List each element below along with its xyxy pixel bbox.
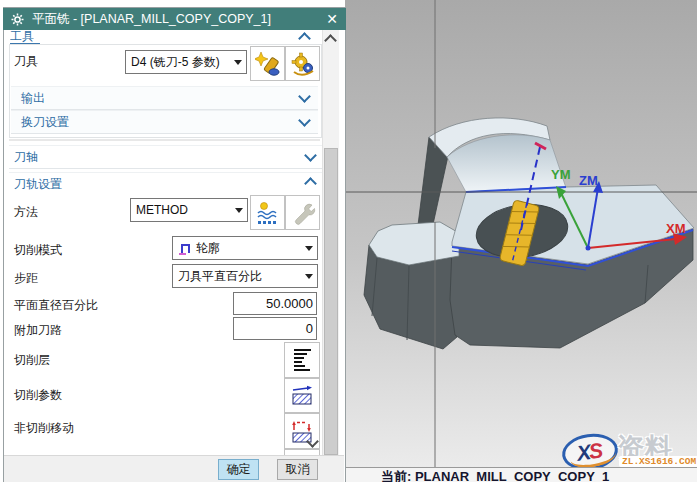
tool-settings-icon <box>290 51 316 77</box>
section-tool-group-label: 工具 <box>10 31 40 44</box>
section-output[interactable]: 输出 <box>11 86 318 110</box>
cutting-parameters-icon <box>290 384 314 408</box>
new-tool-icon <box>255 51 281 77</box>
method-select-value: METHOD <box>136 203 188 217</box>
zm-axis-label: ZM <box>579 173 598 188</box>
scrollbar-thumb[interactable] <box>324 148 338 455</box>
section-path-settings-label: 刀轨设置 <box>14 176 62 193</box>
dropdown-arrow-icon <box>235 208 243 213</box>
edit-method-button[interactable] <box>285 195 320 230</box>
watermark: X S 资料网 ZL.XS1616.COM <box>560 430 697 467</box>
tool-settings-button[interactable] <box>285 46 320 81</box>
stepover-value: 刀具平直百分比 <box>178 268 262 285</box>
xm-axis-label: XM <box>666 221 686 236</box>
dropdown-arrow-icon <box>305 274 313 279</box>
tool-label: 刀具 <box>14 53 38 70</box>
wrench-icon <box>290 200 316 226</box>
flat-diameter-percent-value: 50.0000 <box>266 296 313 311</box>
dropdown-arrow-icon <box>305 246 313 251</box>
separator <box>9 139 320 141</box>
ym-axis-label: YM <box>551 167 571 182</box>
additional-passes-label: 附加刀路 <box>14 322 62 339</box>
new-method-button[interactable] <box>250 195 285 230</box>
viewport-3d[interactable]: YM ZM XM <box>345 0 697 467</box>
watermark-url: ZL.XS1616.COM <box>619 456 697 467</box>
close-button[interactable]: ✕ <box>326 8 338 30</box>
section-path-settings[interactable]: 刀轨设置 <box>9 172 322 195</box>
cut-pattern-value: 轮廓 <box>196 240 220 257</box>
part-model <box>364 118 694 349</box>
section-tool-axis-label: 刀轴 <box>14 149 38 166</box>
dropdown-arrow-icon <box>234 60 242 65</box>
section-tool-group[interactable]: 工具 <box>10 31 40 44</box>
cut-levels-icon <box>291 347 313 373</box>
viewport-scene: YM ZM XM <box>345 0 697 467</box>
section-output-label: 输出 <box>21 90 45 107</box>
profile-pattern-icon <box>178 241 192 255</box>
dialog-title-bar[interactable]: 平面铣 - [PLANAR_MILL_COPY_COPY_1] ✕ <box>3 8 346 30</box>
section-tool-axis[interactable]: 刀轴 <box>9 145 322 169</box>
method-label: 方法 <box>14 204 38 221</box>
cancel-button[interactable]: 取消 <box>277 459 318 480</box>
cut-levels-label: 切削层 <box>14 352 50 369</box>
cutting-parameters-label: 切削参数 <box>14 387 62 404</box>
cutting-parameters-button[interactable] <box>284 378 320 413</box>
cut-levels-button[interactable] <box>284 342 320 378</box>
additional-passes-input[interactable]: 0 <box>233 317 317 340</box>
tool-select-value: D4 (铣刀-5 参数) <box>131 54 220 71</box>
gear-icon <box>11 13 24 26</box>
additional-passes-value: 0 <box>306 321 313 336</box>
section-tool-change[interactable]: 换刀设置 <box>11 110 318 134</box>
current-operation-text: 当前: PLANAR_MILL_COPY_COPY_1 <box>381 468 697 482</box>
dialog-title: 平面铣 - [PLANAR_MILL_COPY_COPY_1] <box>32 11 271 28</box>
cut-pattern-select[interactable]: 轮廓 <box>172 236 318 260</box>
tool-select[interactable]: D4 (铣刀-5 参数) <box>125 50 247 74</box>
new-tool-button[interactable] <box>250 46 285 81</box>
flat-diameter-percent-input[interactable]: 50.0000 <box>233 292 317 315</box>
new-method-icon <box>255 200 281 226</box>
method-select[interactable]: METHOD <box>130 198 248 222</box>
flat-diameter-percent-label: 平面直径百分比 <box>14 297 98 314</box>
app-window: YM ZM XM X S 资料网 ZL.XS1616.COM 当前: PLANA… <box>0 0 697 482</box>
ok-button[interactable]: 确定 <box>218 459 259 480</box>
operation-status-bar: 当前: PLANAR_MILL_COPY_COPY_1 <box>345 467 697 482</box>
section-tool-change-label: 换刀设置 <box>21 114 69 131</box>
non-cutting-moves-label: 非切削移动 <box>14 420 74 437</box>
cut-pattern-label: 切削模式 <box>14 242 62 259</box>
stepover-label: 步距 <box>14 270 38 287</box>
stepover-select[interactable]: 刀具平直百分比 <box>172 264 318 288</box>
mcs-origin <box>586 246 591 251</box>
